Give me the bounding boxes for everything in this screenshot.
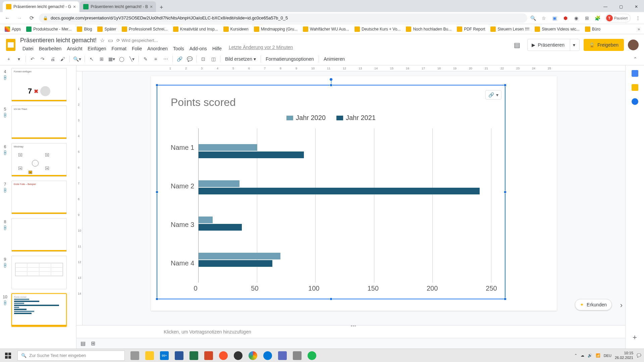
notifications-icon[interactable]: 💬	[637, 353, 641, 358]
resize-handle[interactable]	[330, 84, 332, 86]
resize-handle[interactable]	[156, 84, 158, 86]
powerpoint-icon[interactable]	[201, 349, 216, 362]
calendar-addon-icon[interactable]	[632, 70, 638, 77]
extension-icon[interactable]: ◉	[573, 15, 580, 21]
bookmark-item[interactable]: Steuern Lesen !!!!	[488, 25, 531, 33]
menu-anordnen[interactable]: Anordnen	[145, 45, 170, 53]
minimize-button[interactable]: —	[598, 1, 613, 12]
move-folder-icon[interactable]: ▭	[108, 37, 113, 44]
bookmark-item[interactable]: Blog	[75, 25, 94, 33]
linked-chart-chip[interactable]: 🔗 ▾	[485, 90, 501, 100]
resize-handle[interactable]	[156, 298, 158, 300]
resize-handle[interactable]	[504, 298, 506, 300]
next-arrow-icon[interactable]: ›	[620, 301, 623, 310]
brave-icon[interactable]	[216, 349, 231, 362]
taskbar-app-icon[interactable]	[275, 349, 290, 362]
bookmark-item[interactable]: Noch hochladen Bu...	[404, 25, 453, 33]
obs-icon[interactable]	[231, 349, 246, 362]
speaker-notes[interactable]: ••• Klicken, um Vortragsnotizen hinzuzuf…	[76, 325, 625, 338]
menu-datei[interactable]: Datei	[20, 45, 36, 53]
onedrive-icon[interactable]: ☁	[581, 353, 584, 358]
bookmark-item[interactable]: Professionell Schrei...	[120, 25, 170, 33]
slide-thumbnail[interactable]	[11, 218, 67, 252]
keep-addon-icon[interactable]	[632, 84, 638, 91]
bookmark-item[interactable]: Kursideen	[221, 25, 251, 33]
slides-logo-icon[interactable]	[4, 38, 17, 52]
tray-overflow-icon[interactable]: ⌃	[574, 353, 577, 358]
taskbar-clock[interactable]: 10:15 26.02.2021	[615, 351, 633, 360]
share-button[interactable]: 🔒 Freigeben	[584, 39, 624, 51]
comment-add-button[interactable]: 💬	[185, 54, 194, 64]
zoom-icon[interactable]: 🔍	[530, 15, 537, 21]
add-addon-button[interactable]: +	[633, 333, 637, 342]
line-tool[interactable]: ╲▾	[127, 54, 137, 64]
zoom-button[interactable]: 🔍▾	[72, 54, 83, 64]
bookmark-item[interactable]: Produktsuche - Mer...	[24, 25, 73, 33]
taskbar-app-icon[interactable]	[290, 349, 305, 362]
animate-button[interactable]: Animieren	[321, 56, 347, 62]
print-button[interactable]: 🖨	[48, 54, 57, 64]
wifi-icon[interactable]: 📶	[596, 353, 600, 358]
paint-format-button[interactable]: 🖌	[58, 54, 67, 64]
replace-image-button[interactable]: Bild ersetzen▾	[222, 56, 259, 62]
comments-button[interactable]: ▤	[511, 39, 523, 51]
present-button[interactable]: ▶ Präsentieren ▾	[527, 39, 580, 51]
file-explorer-icon[interactable]	[142, 349, 157, 362]
menu-tools[interactable]: Tools	[171, 45, 186, 53]
menu-format[interactable]: Format	[109, 45, 129, 53]
reload-button[interactable]: ⟳	[27, 13, 36, 23]
textbox-tool[interactable]: ⊞	[97, 54, 106, 64]
tasks-addon-icon[interactable]	[632, 98, 638, 105]
star-bookmark-icon[interactable]: ☆	[541, 15, 547, 21]
browser-tab-inactive[interactable]: Präsentieren leicht gemacht! - B ×	[80, 1, 156, 12]
new-tab-button[interactable]: +	[157, 3, 166, 12]
menu-einfuegen[interactable]: Einfügen	[85, 45, 108, 53]
bookmark-item[interactable]: Büro	[583, 25, 602, 33]
extension-icon[interactable]: ⊞	[584, 15, 590, 21]
user-avatar[interactable]	[628, 40, 639, 50]
bookmark-item[interactable]: Deutsche Kurs + Vo...	[353, 25, 402, 33]
format-options-button[interactable]: Formatierungsoptionen	[263, 56, 317, 62]
chrome-icon[interactable]	[246, 349, 260, 362]
shape-tool[interactable]: ◯	[117, 54, 126, 64]
slide-thumbnail[interactable]: Formen einfügen 7✖	[11, 68, 67, 102]
edge-icon[interactable]	[260, 349, 275, 362]
border-weight-button[interactable]: ≡	[151, 54, 160, 64]
slide-thumbnail[interactable]: Ich bin Thavi.	[11, 106, 67, 139]
slide-thumbnail[interactable]: Mindmap txt txt txt txt txt	[11, 143, 67, 177]
present-dropdown-icon[interactable]: ▾	[570, 39, 575, 51]
taskbar-app-icon[interactable]: 99+	[157, 349, 172, 362]
maximize-button[interactable]: ▢	[613, 1, 629, 12]
excel-icon[interactable]	[186, 349, 201, 362]
bookmark-item[interactable]: Später	[95, 25, 118, 33]
filmstrip-view-icon[interactable]: ▤	[80, 340, 86, 347]
url-field[interactable]: 🔒 docs.google.com/presentation/d/1yV372S…	[39, 13, 527, 23]
volume-icon[interactable]: 🔊	[588, 353, 592, 358]
grid-view-icon[interactable]: ⊞	[91, 340, 95, 347]
back-button[interactable]: ←	[3, 13, 12, 23]
forward-button[interactable]: →	[15, 13, 24, 23]
extension-icon[interactable]: ▣	[551, 15, 558, 21]
slide-thumbnail-selected[interactable]: Points scored	[11, 293, 67, 327]
redo-button[interactable]: ↷	[38, 54, 47, 64]
resize-handle[interactable]	[330, 298, 332, 300]
new-slide-button[interactable]: +	[4, 54, 13, 64]
last-edit-link[interactable]: Letzte Änderung vor 2 Minuten	[229, 45, 293, 53]
spotify-icon[interactable]	[305, 349, 319, 362]
crop-button[interactable]: ⊡	[199, 54, 208, 64]
bookmark-overflow-icon[interactable]: »	[636, 25, 641, 33]
vertical-ruler[interactable]: 1234567891011121314	[76, 71, 83, 325]
slide-thumbnail[interactable]: Erste Folie – Beispiel	[11, 181, 67, 214]
horizontal-ruler[interactable]: 1234567891011121314151617181920212223242…	[76, 65, 625, 71]
close-window-button[interactable]: ✕	[629, 1, 644, 12]
new-slide-dropdown-icon[interactable]: ▾	[14, 54, 23, 64]
start-button[interactable]	[0, 349, 16, 362]
image-tool[interactable]: ▦▾	[107, 54, 116, 64]
resize-handle[interactable]	[156, 191, 158, 193]
selected-chart-object[interactable]: 🔗 ▾ Points scored Jahr 2020Jahr 2021 Nam…	[157, 85, 505, 299]
rotate-handle[interactable]	[330, 78, 332, 81]
adblock-icon[interactable]: ⬢	[562, 15, 569, 21]
word-icon[interactable]	[172, 349, 186, 362]
bookmark-item[interactable]: Wahlfächer WU Aus...	[301, 25, 351, 33]
language-indicator[interactable]: DEU	[604, 354, 611, 358]
